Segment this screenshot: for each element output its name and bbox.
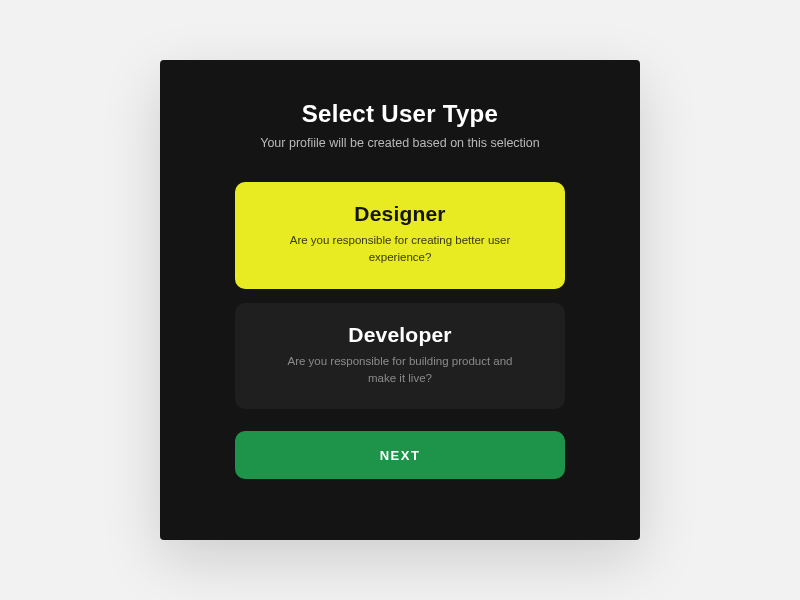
next-button[interactable]: NEXT bbox=[235, 431, 565, 479]
option-title: Designer bbox=[263, 202, 537, 226]
next-button-label: NEXT bbox=[380, 448, 421, 463]
option-description: Are you responsible for creating better … bbox=[263, 232, 537, 267]
option-title: Developer bbox=[263, 323, 537, 347]
modal-title: Select User Type bbox=[302, 100, 498, 128]
option-card-designer[interactable]: Designer Are you responsible for creatin… bbox=[235, 182, 565, 289]
modal-subtitle: Your profiile will be created based on t… bbox=[260, 136, 540, 150]
option-card-developer[interactable]: Developer Are you responsible for buildi… bbox=[235, 303, 565, 410]
option-list: Designer Are you responsible for creatin… bbox=[235, 182, 565, 409]
user-type-modal: Select User Type Your profiile will be c… bbox=[160, 60, 640, 540]
option-description: Are you responsible for building product… bbox=[263, 353, 537, 388]
